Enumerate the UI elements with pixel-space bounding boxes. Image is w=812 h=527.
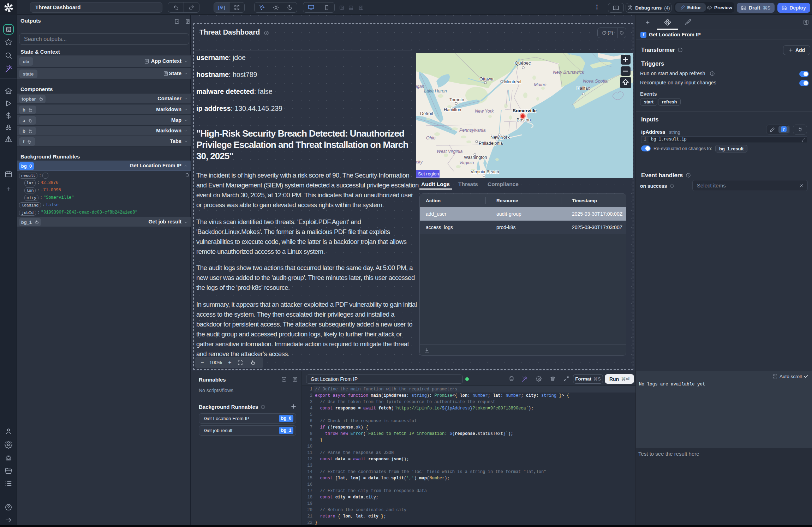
svg-text:Québec: Québec bbox=[515, 60, 531, 66]
svg-text:West Virginia: West Virginia bbox=[437, 149, 462, 154]
svg-text:Pennsylvania: Pennsylvania bbox=[459, 128, 485, 133]
svg-text:Montréal: Montréal bbox=[504, 79, 521, 84]
svg-text:Set region: Set region bbox=[418, 171, 439, 176]
svg-text:New Brunswick: New Brunswick bbox=[553, 70, 585, 75]
svg-text:Virginia: Virginia bbox=[459, 160, 474, 165]
svg-text:Ohio: Ohio bbox=[426, 136, 435, 140]
svg-text:Washington: Washington bbox=[464, 155, 487, 160]
svg-text:Toronto: Toronto bbox=[449, 97, 464, 102]
svg-text:igan: igan bbox=[416, 84, 424, 89]
svg-text:Somerville: Somerville bbox=[513, 108, 537, 113]
svg-text:Virginia Beach: Virginia Beach bbox=[471, 169, 499, 174]
svg-text:Nova Scotia: Nova Scotia bbox=[583, 78, 608, 84]
svg-text:Lake Huron: Lake Huron bbox=[424, 89, 447, 94]
svg-text:New York: New York bbox=[475, 109, 494, 114]
svg-text:Maine: Maine bbox=[534, 82, 546, 87]
svg-text:Detroit: Detroit bbox=[420, 111, 433, 116]
svg-text:Halifax: Halifax bbox=[577, 86, 590, 91]
svg-text:cky: cky bbox=[416, 160, 423, 164]
svg-text:Philadelphia: Philadelphia bbox=[479, 141, 503, 146]
svg-text:Ottawa: Ottawa bbox=[479, 77, 494, 82]
